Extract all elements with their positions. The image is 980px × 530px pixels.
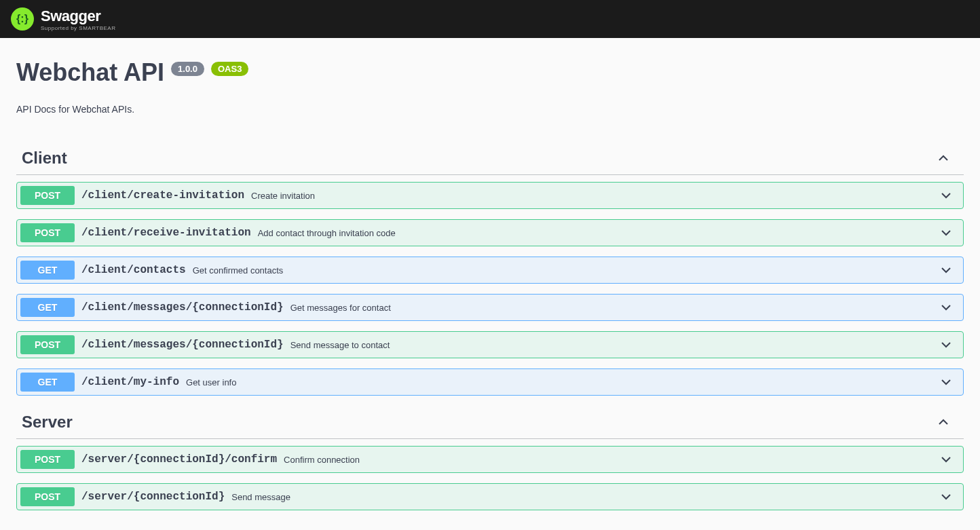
operation-row[interactable]: POST/client/create-invitationCreate invi… (16, 182, 964, 209)
tag-section: ClientPOST/client/create-invitationCreat… (16, 142, 964, 396)
chevron-down-icon[interactable] (939, 301, 953, 314)
http-method-badge: GET (20, 261, 75, 280)
logo[interactable]: {:} Swagger Supported by SMARTBEAR (11, 7, 115, 31)
operation-path: /server/{connectionId} (81, 491, 225, 503)
operations-list: POST/server/{connectionId}/confirmConfir… (16, 439, 964, 510)
operation-path: /client/create-invitation (81, 189, 244, 202)
operation-row[interactable]: GET/client/messages/{connectionId}Get me… (16, 294, 964, 321)
operation-summary: Add contact through invitation code (258, 228, 939, 238)
operation-row[interactable]: POST/server/{connectionId}Send message (16, 483, 964, 510)
operation-row[interactable]: POST/client/messages/{connectionId}Send … (16, 331, 964, 358)
http-method-badge: GET (20, 373, 75, 392)
chevron-down-icon[interactable] (939, 263, 953, 277)
brand-tagline: Supported by SMARTBEAR (41, 25, 115, 31)
tag-name: Server (22, 413, 73, 432)
chevron-down-icon[interactable] (939, 490, 953, 504)
operation-row[interactable]: POST/client/receive-invitationAdd contac… (16, 219, 964, 246)
tag-section: ServerPOST/server/{connectionId}/confirm… (16, 406, 964, 510)
operation-row[interactable]: POST/server/{connectionId}/confirmConfir… (16, 446, 964, 473)
http-method-badge: POST (20, 450, 75, 469)
title-row: Webchat API 1.0.0 OAS3 (16, 58, 964, 87)
operation-summary: Send message to contact (290, 340, 939, 350)
tag-header[interactable]: Client (16, 142, 964, 175)
http-method-badge: GET (20, 298, 75, 317)
operations-list: POST/client/create-invitationCreate invi… (16, 175, 964, 396)
operation-path: /client/contacts (81, 264, 186, 276)
tag-header[interactable]: Server (16, 406, 964, 439)
tag-name: Client (22, 149, 67, 168)
chevron-down-icon[interactable] (939, 338, 953, 352)
topbar: {:} Swagger Supported by SMARTBEAR (0, 0, 980, 38)
http-method-badge: POST (20, 186, 75, 205)
operation-summary: Get confirmed contacts (193, 265, 939, 276)
operation-summary: Create invitation (251, 191, 939, 201)
api-title: Webchat API (16, 58, 164, 87)
brand-name: Swagger (41, 7, 115, 25)
operation-row[interactable]: GET/client/my-infoGet user info (16, 368, 964, 396)
chevron-down-icon[interactable] (939, 375, 953, 389)
operation-path: /client/messages/{connectionId} (81, 339, 284, 351)
operation-row[interactable]: GET/client/contactsGet confirmed contact… (16, 257, 964, 284)
operation-path: /client/my-info (81, 376, 179, 388)
operation-summary: Get user info (186, 377, 939, 387)
brand-text: Swagger Supported by SMARTBEAR (41, 7, 115, 31)
chevron-down-icon[interactable] (939, 226, 953, 240)
http-method-badge: POST (20, 335, 75, 354)
version-badge: 1.0.0 (171, 62, 204, 76)
chevron-up-icon[interactable] (937, 415, 950, 429)
chevron-up-icon[interactable] (937, 151, 950, 165)
swagger-logo-icon: {:} (11, 7, 34, 31)
operation-path: /server/{connectionId}/confirm (81, 453, 277, 466)
http-method-badge: POST (20, 487, 75, 506)
operation-path: /client/receive-invitation (81, 227, 251, 239)
operation-path: /client/messages/{connectionId} (81, 301, 284, 314)
operation-summary: Confirm connection (284, 455, 939, 465)
oas-badge: OAS3 (211, 62, 248, 76)
api-description: API Docs for Webchat APIs. (16, 104, 964, 115)
operation-summary: Send message (231, 492, 939, 502)
http-method-badge: POST (20, 223, 75, 242)
chevron-down-icon[interactable] (939, 189, 953, 202)
operation-summary: Get messages for contact (290, 303, 939, 313)
chevron-down-icon[interactable] (939, 453, 953, 466)
